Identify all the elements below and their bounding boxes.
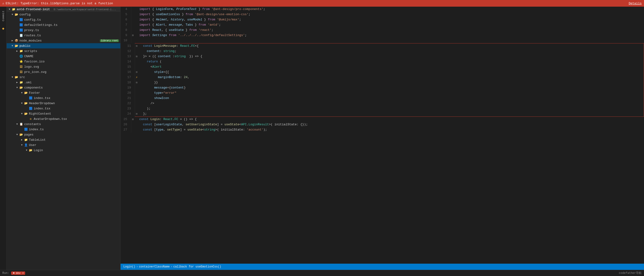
cname-icon: 🌐 bbox=[19, 54, 23, 58]
fold-22 bbox=[135, 101, 138, 106]
root-arrow: ▼ bbox=[8, 8, 12, 11]
code-line-6: 6 import { Helmet, history, useModel } f… bbox=[120, 17, 644, 22]
sidebar-item-pages[interactable]: ▼ 📂 pages bbox=[7, 132, 120, 137]
components-arrow: ▼ bbox=[15, 86, 19, 89]
config-ts-label: config.ts bbox=[24, 18, 120, 22]
ts-icon: 🟦 bbox=[24, 128, 28, 131]
ico-icon: ⭐ bbox=[19, 60, 23, 63]
sidebar-item-config[interactable]: ▼ 📂 config bbox=[7, 12, 120, 17]
constants-icon: 📋 bbox=[19, 122, 23, 126]
sidebar-item-rightcontent[interactable]: ▼ 📂 RightContent bbox=[7, 111, 120, 116]
run-label: Run: bbox=[2, 272, 9, 275]
line-content-7: import { Alert, message, Tabs } from 'an… bbox=[134, 22, 644, 28]
breadcrumb-sep-1: › bbox=[136, 265, 138, 268]
commit-label[interactable]: Commit bbox=[2, 10, 5, 21]
dev-label: dev bbox=[16, 272, 21, 274]
line-content-10 bbox=[134, 38, 644, 43]
sidebar-item-components[interactable]: ▼ 📂 components bbox=[7, 85, 120, 90]
line-num-12: 12 bbox=[121, 49, 135, 54]
sidebar-item-favicon[interactable]: ⭐ favicon.ico bbox=[7, 59, 120, 64]
sidebar-item-cname[interactable]: 🌐 CNAME bbox=[7, 54, 120, 59]
line-content-4: import { LoginForm, ProFormText } from '… bbox=[134, 7, 644, 12]
sidebar-item-logo[interactable]: 🖼 logo.svg bbox=[7, 64, 120, 69]
code-line-10: 10 bbox=[120, 38, 644, 43]
sidebar-item-proxy[interactable]: 🟦 proxy.ts bbox=[7, 28, 120, 33]
sidebar-item-tablelist[interactable]: ▶ 📁 TableList bbox=[7, 137, 120, 142]
fold-23 bbox=[135, 106, 138, 111]
sidebar-item-constants[interactable]: ▼ 📋 constants bbox=[7, 122, 120, 127]
line-num-7: 7 bbox=[120, 22, 131, 28]
fold-14 bbox=[135, 59, 138, 64]
user-label: User bbox=[29, 143, 120, 147]
pages-arrow: ▼ bbox=[15, 133, 19, 136]
folder-icon: 📂 bbox=[19, 86, 23, 90]
line-num-11: 11 bbox=[121, 44, 135, 49]
code-line-15: 15 <Alert bbox=[135, 64, 644, 70]
code-editor[interactable]: 4 import { LoginForm, ProFormText } from… bbox=[120, 7, 644, 264]
code-line-9: 9 ⊟ import Settings from '../../../../co… bbox=[120, 33, 644, 38]
fold-26 bbox=[131, 122, 134, 127]
folder-icon: 📂 bbox=[24, 91, 28, 95]
sidebar-item-umi[interactable]: ▶ 📁 .umi bbox=[7, 80, 120, 85]
fold-16: ⊟ bbox=[135, 70, 138, 75]
sidebar-item-defaultsettings[interactable]: 🟦 defaultSettings.ts bbox=[7, 22, 120, 28]
sidebar-item-user[interactable]: ▼ 👤 User bbox=[7, 142, 120, 148]
diamond-icon: ◆ bbox=[2, 26, 4, 31]
sidebar-root[interactable]: ▼ 📁 antd-frontend-init D:\webstorm_works… bbox=[7, 7, 120, 12]
folder-icon: 📂 bbox=[24, 102, 28, 105]
node-arrow: ▶ bbox=[10, 39, 14, 42]
code-line-5: 5 import { useEmotionCss } from '@ant-de… bbox=[120, 12, 644, 17]
line-content-15: <Alert bbox=[138, 64, 644, 70]
sidebar-item-constants-index[interactable]: 🟦 index.ts bbox=[7, 127, 120, 132]
code-line-18: 18 ⊟ }} bbox=[135, 80, 644, 85]
line-num-9: 9 bbox=[120, 33, 131, 38]
sidebar-item-routes[interactable]: 🗒️ routes.ts bbox=[7, 33, 120, 38]
line-content-6: import { Helmet, history, useModel } fro… bbox=[134, 17, 644, 22]
favicon-label: favicon.ico bbox=[24, 60, 120, 63]
sidebar-item-avatardropdown[interactable]: ⚙ AvatarDropdown.tsx bbox=[7, 116, 120, 122]
sidebar-item-src[interactable]: ▼ 📂 src bbox=[7, 74, 120, 80]
close-icon[interactable]: × bbox=[22, 272, 24, 274]
avatardropdown-label: AvatarDropdown.tsx bbox=[34, 117, 120, 121]
line-content-12: content: string; bbox=[138, 49, 644, 54]
tablelist-label: TableList bbox=[29, 138, 120, 142]
sidebar-item-scripts[interactable]: ▶ 📁 scripts bbox=[7, 48, 120, 54]
ts-icon: 🟦 bbox=[19, 28, 23, 32]
sidebar-item-node-modules[interactable]: ▶ 📦 node_modules library root bbox=[7, 38, 120, 43]
code-line-8: 8 import React, { useState } from 'react… bbox=[120, 28, 644, 33]
line-num-5: 5 bbox=[120, 12, 131, 17]
code-line-16: 16 ⊟ style={{ bbox=[135, 70, 644, 75]
sidebar-item-config-ts[interactable]: 🟦 config.ts bbox=[7, 17, 120, 22]
line-num-27: 27 bbox=[120, 127, 131, 132]
const-arrow: ▼ bbox=[15, 123, 19, 126]
scripts-label: scripts bbox=[24, 49, 120, 53]
details-link[interactable]: Details bbox=[628, 2, 642, 5]
line-num-26: 26 bbox=[120, 122, 131, 127]
umi-label: .umi bbox=[24, 81, 120, 84]
sidebar-item-public[interactable]: ▼ 📂 public bbox=[7, 43, 120, 48]
fold-12 bbox=[135, 49, 138, 54]
user-icon: 👤 bbox=[24, 143, 28, 147]
line-content-24: }; bbox=[138, 111, 644, 116]
line-content-22: /> bbox=[138, 101, 644, 106]
line-content-5: import { useEmotionCss } from '@ant-desi… bbox=[134, 12, 644, 17]
sidebar-item-footer[interactable]: ▼ 📂 Footer bbox=[7, 90, 120, 96]
sidebar-item-login[interactable]: ▼ 📂 Login bbox=[7, 148, 120, 153]
rc-arrow: ▼ bbox=[20, 112, 24, 115]
sidebar-item-footer-index[interactable]: 🟦 index.tsx bbox=[7, 96, 120, 100]
svg-icon: 🖼 bbox=[19, 70, 23, 74]
sidebar-item-headerdropdown[interactable]: ▼ 📂 HeaderDropdown bbox=[7, 100, 120, 106]
line-content-21: showIcon bbox=[138, 96, 644, 101]
dev-button[interactable]: ■ dev × bbox=[11, 272, 25, 275]
folder-icon: 📁 bbox=[19, 81, 23, 84]
code-line-23: 23 ); bbox=[135, 106, 644, 111]
fold-13: ⊟ bbox=[135, 54, 138, 59]
routes-icon: 🗒️ bbox=[19, 34, 23, 37]
sidebar-item-pro-icon[interactable]: 🖼 pro_icon.svg bbox=[7, 69, 120, 74]
eslint-icon: ⚠ bbox=[2, 2, 4, 5]
fold-11: ⊟ bbox=[135, 44, 138, 49]
sidebar-item-hd-index[interactable]: 🟦 index.tsx bbox=[7, 106, 120, 111]
line-num-10: 10 bbox=[120, 38, 131, 43]
line-content-11: const LoginMessage: React.FC<{ bbox=[138, 44, 644, 49]
folder-icon: 📂 bbox=[28, 148, 33, 152]
